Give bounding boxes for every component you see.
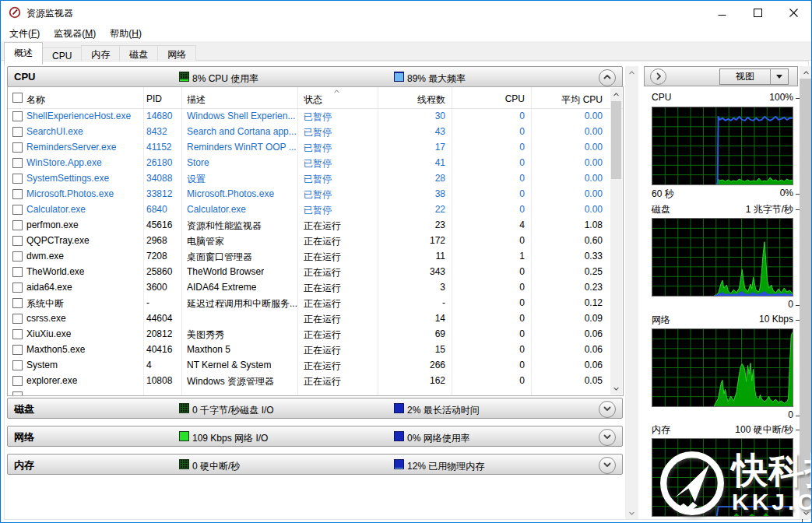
- view-dropdown-arrow[interactable]: [770, 69, 788, 84]
- process-cpu: 0: [519, 173, 525, 184]
- scroll-up-icon[interactable]: [625, 66, 638, 79]
- select-all-checkbox[interactable]: [12, 93, 23, 103]
- process-name: SearchUI.exe: [26, 126, 83, 137]
- process-cpu: 0: [519, 375, 525, 386]
- process-row[interactable]: Calculator.exe6840Calculator.exe已暂停2200.…: [8, 202, 612, 217]
- process-status: 正在运行: [304, 219, 341, 233]
- row-checkbox[interactable]: [12, 345, 23, 355]
- scroll-up-icon[interactable]: [800, 66, 812, 79]
- column-header-threads[interactable]: 线程数: [417, 93, 445, 107]
- expand-section-button[interactable]: [599, 401, 616, 418]
- graph-title: 磁盘: [652, 203, 670, 216]
- scroll-down-icon[interactable]: [625, 507, 638, 519]
- process-row[interactable]: RemindersServer.exe41152Reminders WinRT …: [8, 139, 612, 155]
- row-checkbox[interactable]: [12, 360, 23, 370]
- row-checkbox[interactable]: [12, 127, 23, 137]
- process-row[interactable]: csrss.exe44604正在运行1400.09: [8, 311, 612, 326]
- scroll-up-icon[interactable]: [610, 88, 622, 100]
- process-desc: Maxthon 5: [187, 344, 230, 355]
- row-checkbox[interactable]: [12, 174, 23, 184]
- process-row[interactable]: WinStore.App.exe26180Store已暂停4100.00: [8, 155, 612, 170]
- view-button[interactable]: 视图: [719, 68, 789, 85]
- scrollbar-thumb[interactable]: [611, 101, 621, 179]
- column-header-avg-cpu[interactable]: 平均 CPU: [561, 93, 603, 107]
- menu-item-file[interactable]: 文件(F): [2, 24, 47, 40]
- green-indicator: [179, 459, 189, 469]
- process-cpu: 0: [519, 157, 525, 168]
- process-name: explorer.exe: [26, 375, 77, 386]
- process-row[interactable]: XiuXiu.exe20812美图秀秀正在运行6900.06: [8, 326, 612, 342]
- process-avg-cpu: 0.00: [585, 126, 603, 137]
- process-row[interactable]: TheWorld.exe25860TheWorld Browser正在运行343…: [8, 264, 612, 279]
- graph-plot: [652, 107, 793, 185]
- process-row[interactable]: Microsoft.Photos.exe33812Microsoft.Photo…: [8, 186, 612, 202]
- row-checkbox[interactable]: [12, 111, 23, 121]
- process-status: 正在运行: [304, 313, 341, 326]
- row-checkbox[interactable]: [12, 329, 23, 339]
- process-cpu: 0: [519, 344, 525, 355]
- process-rows: ShellExperienceHost.exe14680Windows Shel…: [8, 108, 612, 396]
- process-cpu: 4: [519, 219, 525, 230]
- maximize-button[interactable]: [740, 1, 775, 24]
- process-name: XiuXiu.exe: [26, 328, 71, 339]
- collapse-graphs-button[interactable]: [650, 68, 666, 85]
- process-pid: 33812: [146, 188, 172, 199]
- table-scrollbar[interactable]: [610, 88, 622, 395]
- process-row[interactable]: QQPCTray.exe2968电脑管家正在运行17200.60: [8, 233, 612, 248]
- row-checkbox[interactable]: [12, 267, 23, 277]
- process-avg-cpu: 0.25: [585, 266, 603, 277]
- row-checkbox[interactable]: [12, 220, 23, 230]
- row-checkbox[interactable]: [12, 376, 23, 386]
- process-cpu: 0: [519, 188, 525, 199]
- column-header-desc[interactable]: 描述: [187, 93, 206, 107]
- process-cpu: 0: [519, 204, 525, 215]
- row-checkbox[interactable]: [12, 189, 23, 199]
- scrollbar-thumb[interactable]: [800, 79, 812, 507]
- scroll-down-icon[interactable]: [800, 507, 812, 519]
- scroll-down-icon[interactable]: [610, 382, 622, 395]
- process-row[interactable]: SearchUI.exe8432Search and Cortana app..…: [8, 124, 612, 139]
- row-checkbox[interactable]: [12, 251, 23, 262]
- process-row[interactable]: Maxthon5.exe40416Maxthon 5正在运行1500.06: [8, 342, 612, 357]
- expand-section-button[interactable]: [599, 457, 616, 474]
- row-checkbox[interactable]: [12, 236, 23, 246]
- process-avg-cpu: 0.09: [585, 313, 603, 324]
- tab-overview[interactable]: 概述: [4, 42, 43, 65]
- row-checkbox[interactable]: [12, 283, 23, 293]
- title-bar[interactable]: 资源监视器: [1, 1, 811, 24]
- process-row[interactable]: System4NT Kernel & System正在运行26600.06: [8, 357, 612, 373]
- sidebar-scrollbar[interactable]: [800, 66, 812, 519]
- process-avg-cpu: 0.33: [585, 251, 603, 262]
- process-row[interactable]: ShellExperienceHost.exe14680Windows Shel…: [8, 108, 612, 124]
- minimize-button[interactable]: [704, 1, 740, 24]
- column-header-status[interactable]: 状态: [304, 93, 322, 107]
- row-checkbox[interactable]: [12, 298, 23, 308]
- close-button[interactable]: [775, 1, 811, 24]
- row-checkbox[interactable]: [12, 314, 23, 324]
- chevron-down-icon: [603, 430, 612, 444]
- main-panel-scrollbar[interactable]: [625, 66, 638, 519]
- process-cpu: 0: [519, 360, 525, 370]
- menu-bar: 文件(F)监视器(M)帮助(H): [1, 24, 811, 41]
- menu-item-help[interactable]: 帮助(H): [103, 24, 149, 40]
- chevron-down-icon: [603, 402, 612, 416]
- process-row[interactable]: dwm.exe7208桌面窗口管理器正在运行1110.33: [8, 248, 612, 264]
- column-header-cpu[interactable]: CPU: [505, 93, 525, 104]
- process-cpu: 0: [519, 126, 525, 137]
- cpu-collapse-button[interactable]: [599, 69, 616, 86]
- row-checkbox[interactable]: [12, 205, 23, 215]
- process-row[interactable]: aida64.exe3600AIDA64 Extreme正在运行300.23: [8, 279, 612, 295]
- row-checkbox[interactable]: [12, 142, 23, 153]
- process-row[interactable]: explorer.exe10808Windows 资源管理器正在运行16200.…: [8, 373, 612, 388]
- row-checkbox[interactable]: [12, 158, 23, 168]
- process-row[interactable]: perfmon.exe45616资源和性能监视器正在运行2341.08: [8, 217, 612, 233]
- column-header-name[interactable]: 名称: [26, 93, 45, 107]
- process-row[interactable]: SystemSettings.exe34088设置已暂停2800.00: [8, 170, 612, 186]
- tab-strip: 概述CPU内存磁盘网络: [1, 41, 811, 61]
- menu-item-monitor[interactable]: 监视器(M): [47, 24, 103, 40]
- process-name: WinStore.App.exe: [26, 157, 102, 168]
- process-status: 已暂停: [304, 111, 332, 124]
- column-header-pid[interactable]: PID: [146, 93, 162, 104]
- expand-section-button[interactable]: [599, 429, 616, 446]
- process-row[interactable]: 系统中断-延迟过程调用和中断服务...正在运行-00.12: [8, 295, 612, 311]
